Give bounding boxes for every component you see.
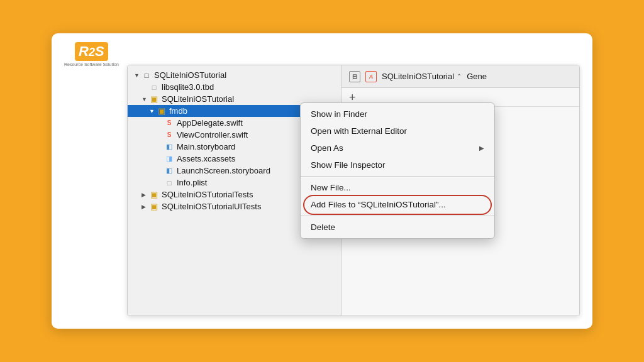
menu-label-delete: Delete	[311, 222, 335, 232]
storyboard-icon-mainstoryboard: ◧	[164, 143, 174, 151]
tree-label-appdelegate: AppDelegate.swift	[177, 118, 243, 128]
menu-item-delete[interactable]: Delete	[301, 219, 494, 236]
main-card: R2S Resource Software Solution ▼□SQLiteI…	[52, 33, 592, 329]
file-icon-infoplist: □	[164, 178, 174, 187]
menu-separator	[301, 216, 494, 216]
tree-arrow-uitests: ▶	[142, 204, 149, 210]
file-icon-tbd: □	[149, 83, 159, 92]
tree-arrow-fmdb: ▼	[149, 108, 157, 114]
tree-label-fmdb: fmdb	[169, 106, 187, 116]
menu-label-open-external: Open with External Editor	[311, 126, 407, 136]
menu-label-open-as: Open As	[311, 143, 343, 153]
submenu-arrow-open-as: ▶	[479, 145, 484, 151]
tree-label-tbd: libsqlite3.0.tbd	[162, 82, 214, 92]
tree-label-xcassets: Assets.xcassets	[177, 154, 235, 163]
tree-label-root: SQLiteIniOSTutorial	[154, 70, 226, 80]
folder-icon-group: ▣	[149, 95, 159, 104]
context-menu: Show in FinderOpen with External EditorO…	[300, 102, 495, 239]
tree-label-group: SQLiteIniOSTutorial	[162, 94, 234, 104]
layout-icon: ⊟	[349, 71, 360, 82]
folder-icon-uitests: ▣	[149, 202, 159, 211]
menu-item-show-in-finder[interactable]: Show in Finder	[301, 106, 494, 123]
project-name-label: SQLiteIniOSTutorial	[382, 72, 454, 81]
tree-label-infoplist: Info.plist	[177, 178, 207, 187]
folder-icon-fmdb: ▣	[157, 107, 167, 116]
xcode-window: ▼□SQLiteIniOSTutorial□libsqlite3.0.tbd▼▣…	[127, 65, 580, 316]
menu-item-add-files[interactable]: Add Files to “SQLiteIniOSTutorial”...	[301, 196, 494, 213]
tree-arrow-group: ▼	[142, 96, 149, 102]
project-name-button[interactable]: SQLiteIniOSTutorial ⌃	[382, 72, 462, 81]
menu-label-show-in-finder: Show in Finder	[311, 109, 367, 119]
swift-icon-viewcontroller: S	[164, 131, 174, 140]
right-header: ⊟ A SQLiteIniOSTutorial ⌃ Gene	[341, 65, 579, 88]
menu-item-show-file-inspector[interactable]: Show File Inspector	[301, 156, 494, 173]
add-button[interactable]: +	[349, 92, 356, 103]
tree-item-root[interactable]: ▼□SQLiteIniOSTutorial	[128, 69, 341, 81]
chevron-down-icon: ⌃	[457, 73, 462, 80]
tab-label: Gene	[467, 72, 487, 81]
swift-icon-appdelegate: S	[164, 119, 174, 128]
menu-item-open-external[interactable]: Open with External Editor	[301, 123, 494, 140]
tree-label-viewcontroller: ViewController.swift	[177, 130, 248, 140]
root-icon-root: □	[142, 71, 152, 80]
storyboard-icon-launchscreen: ◧	[164, 167, 174, 175]
tree-label-uitests: SQLiteIniOSTutorialUITests	[162, 202, 261, 211]
tree-arrow-tests: ▶	[142, 192, 149, 198]
xcassets-icon-xcassets: ◨	[164, 155, 174, 163]
menu-label-add-files: Add Files to “SQLiteIniOSTutorial”...	[311, 200, 446, 209]
tree-label-mainstoryboard: Main.storyboard	[177, 142, 235, 151]
menu-item-open-as[interactable]: Open As▶	[301, 140, 494, 156]
tree-label-launchscreen: LaunchScreen.storyboard	[177, 166, 270, 175]
menu-item-new-file[interactable]: New File...	[301, 179, 494, 196]
tree-arrow-root: ▼	[134, 72, 142, 79]
menu-label-show-file-inspector: Show File Inspector	[311, 160, 386, 170]
tree-label-tests: SQLiteIniOSTutorialTests	[162, 190, 253, 199]
content-area: ▼□SQLiteIniOSTutorial□libsqlite3.0.tbd▼▣…	[52, 52, 592, 329]
swift-logo-icon: A	[365, 71, 377, 82]
menu-separator	[301, 176, 494, 177]
menu-label-new-file: New File...	[311, 183, 351, 192]
folder-icon-tests: ▣	[149, 190, 159, 199]
tree-item-tbd[interactable]: □libsqlite3.0.tbd	[128, 81, 341, 93]
